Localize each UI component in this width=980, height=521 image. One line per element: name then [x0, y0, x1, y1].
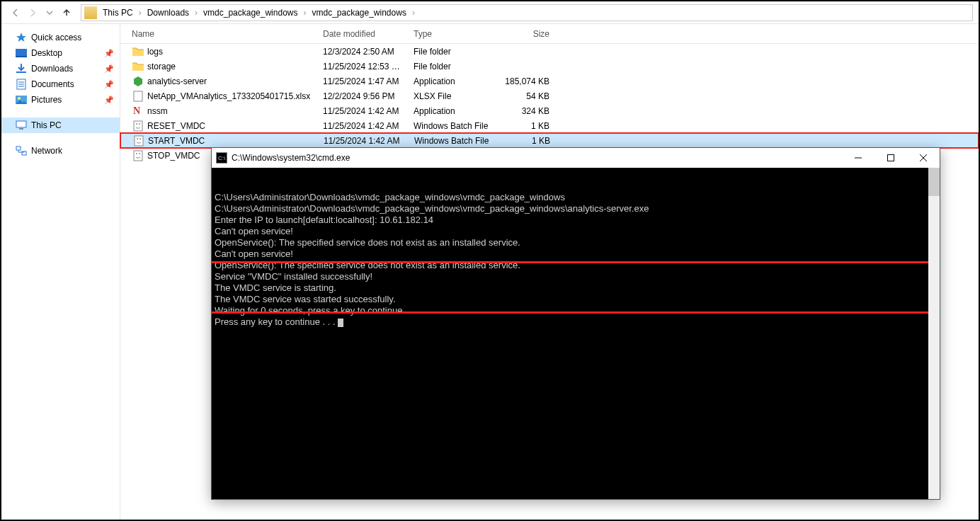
cmd-title-text: C:\Windows\system32\cmd.exe [232, 153, 842, 163]
column-date[interactable]: Date modified [323, 29, 414, 39]
sidebar-item-network[interactable]: Network [1, 143, 120, 159]
svg-rect-19 [135, 136, 143, 146]
file-row[interactable]: Nnssm11/25/2024 1:42 AMApplication324 KB [120, 103, 979, 118]
minimize-button[interactable] [842, 148, 874, 168]
up-button[interactable] [58, 4, 75, 21]
file-row[interactable]: NetApp_VMAnalytics_1733205401715.xlsx12/… [120, 88, 979, 103]
svg-rect-10 [16, 121, 26, 127]
file-name: nssm [147, 106, 323, 116]
breadcrumb-item[interactable]: Downloads [146, 8, 190, 18]
scrollbar[interactable] [928, 168, 940, 499]
sidebar-item-downloads[interactable]: Downloads 📌 [1, 61, 120, 76]
breadcrumb[interactable]: This PC› Downloads› vmdc_package_windows… [81, 4, 973, 21]
svg-point-24 [139, 153, 140, 154]
cmd-line: C:\Users\Administrator\Downloads\vmdc_pa… [215, 192, 937, 203]
sidebar-quick-access[interactable]: Quick access [1, 30, 120, 45]
file-date: 11/25/2024 1:42 AM [323, 121, 414, 131]
svg-rect-15 [134, 91, 142, 101]
file-name: analytics-server [147, 76, 323, 86]
column-name[interactable]: Name [132, 29, 323, 39]
file-type: File folder [414, 62, 501, 71]
file-row[interactable]: START_VMDC11/25/2024 1:42 AMWindows Batc… [120, 133, 979, 148]
back-button[interactable] [7, 4, 24, 21]
file-size: 324 KB [501, 106, 555, 116]
cmd-line: Enter the IP to launch[default:localhost… [215, 214, 937, 226]
file-icon: N [132, 105, 144, 117]
file-row[interactable]: storage11/25/2024 12:53 …File folder [120, 59, 979, 74]
cmd-line: The VMDC service was started successfull… [215, 294, 937, 305]
sidebar-label: This PC [31, 120, 62, 130]
recent-dropdown[interactable] [41, 4, 58, 21]
forward-button[interactable] [24, 4, 41, 21]
desktop-icon [16, 47, 27, 59]
file-type: Windows Batch File [414, 136, 502, 146]
cmd-titlebar[interactable]: C:\ C:\Windows\system32\cmd.exe [212, 148, 940, 168]
pin-icon: 📌 [104, 64, 114, 74]
column-type[interactable]: Type [414, 29, 501, 39]
column-headers: Name Date modified Type Size [120, 24, 979, 44]
column-size[interactable]: Size [501, 29, 555, 39]
file-row[interactable]: logs12/3/2024 2:50 AMFile folder [120, 44, 979, 59]
chevron-right-icon: › [190, 8, 202, 18]
sidebar: Quick access Desktop 📌 Downloads 📌 Docum… [1, 24, 120, 520]
svg-rect-1 [16, 49, 27, 56]
file-size: 54 KB [501, 91, 555, 101]
star-icon [16, 32, 27, 43]
file-icon [132, 120, 144, 132]
cmd-line: Can't open service! [215, 248, 937, 260]
sidebar-item-documents[interactable]: Documents 📌 [1, 76, 120, 92]
sidebar-label: Desktop [31, 48, 62, 58]
cmd-window: C:\ C:\Windows\system32\cmd.exe C:\Users… [211, 147, 940, 500]
file-icon [132, 91, 144, 102]
file-date: 11/25/2024 1:42 AM [324, 136, 414, 146]
breadcrumb-item[interactable]: This PC [101, 8, 135, 18]
file-row[interactable]: analytics-server11/25/2024 1:47 AMApplic… [120, 74, 979, 88]
file-icon [132, 150, 144, 161]
sidebar-item-desktop[interactable]: Desktop 📌 [1, 45, 120, 61]
svg-rect-26 [888, 155, 894, 161]
file-size: 1 KB [501, 121, 555, 131]
close-button[interactable] [907, 148, 940, 168]
file-date: 11/25/2024 12:53 … [323, 62, 414, 71]
svg-point-18 [139, 123, 140, 125]
svg-point-23 [136, 153, 137, 154]
file-type: File folder [414, 47, 501, 57]
cmd-line: Service "VMDC" installed successfully! [215, 271, 937, 282]
file-name: storage [147, 62, 323, 71]
cmd-line: Can't open service! [215, 226, 937, 237]
svg-marker-14 [134, 76, 142, 86]
sidebar-label: Pictures [31, 95, 62, 105]
file-name: RESET_VMDC [147, 121, 323, 131]
sidebar-label: Downloads [31, 64, 73, 74]
file-type: Windows Batch File [414, 121, 501, 131]
file-icon [132, 135, 145, 147]
cmd-icon: C:\ [216, 152, 227, 164]
network-icon [16, 145, 27, 156]
file-date: 11/25/2024 1:42 AM [323, 106, 414, 116]
sidebar-label: Quick access [31, 33, 81, 42]
svg-point-17 [136, 123, 137, 125]
sidebar-label: Documents [31, 79, 74, 89]
file-name: logs [147, 47, 323, 57]
file-type: Application [414, 106, 501, 116]
maximize-button[interactable] [874, 148, 907, 168]
breadcrumb-item[interactable]: vmdc_package_windows [202, 8, 299, 18]
pin-icon: 📌 [104, 80, 114, 89]
file-row[interactable]: RESET_VMDC11/25/2024 1:42 AMWindows Batc… [120, 118, 979, 133]
file-type: XLSX File [414, 91, 501, 101]
pin-icon: 📌 [104, 96, 114, 105]
pc-icon [16, 120, 27, 131]
pin-icon: 📌 [104, 49, 114, 58]
svg-point-8 [18, 97, 21, 100]
sidebar-item-this-pc[interactable]: This PC [1, 118, 120, 133]
svg-rect-2 [16, 56, 27, 57]
cmd-line: C:\Users\Administrator\Downloads\vmdc_pa… [215, 203, 937, 214]
documents-icon [16, 79, 27, 90]
pictures-icon [16, 94, 27, 105]
sidebar-item-pictures[interactable]: Pictures 📌 [1, 92, 120, 108]
chevron-right-icon: › [408, 8, 419, 18]
breadcrumb-item[interactable]: vmdc_package_windows [310, 8, 407, 18]
explorer-toolbar: This PC› Downloads› vmdc_package_windows… [1, 1, 979, 24]
cmd-body[interactable]: C:\Users\Administrator\Downloads\vmdc_pa… [212, 168, 940, 499]
svg-marker-0 [16, 33, 26, 42]
